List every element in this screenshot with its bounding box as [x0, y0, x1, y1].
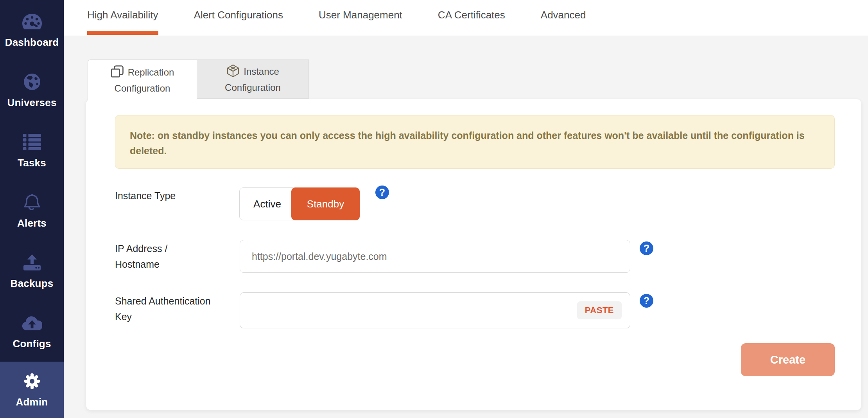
sidebar-item-label: Alerts [17, 217, 47, 229]
instance-type-help-icon[interactable]: ? [375, 186, 389, 199]
sidebar-item-admin[interactable]: Admin [0, 362, 64, 418]
shared-key-input[interactable] [240, 292, 630, 328]
upload-icon [23, 253, 41, 272]
shared-key-field: PASTE [240, 292, 630, 328]
instance-type-option-standby[interactable]: Standby [291, 187, 360, 220]
app-window: Dashboard Universes [0, 0, 868, 418]
sidebar: Dashboard Universes [0, 0, 64, 418]
tab-high-availability[interactable]: High Availability [87, 0, 158, 36]
shared-key-label: Shared Authentication Key [115, 293, 211, 324]
sidebar-item-alerts[interactable]: Alerts [0, 181, 64, 241]
standby-note-banner: Note: on standby instances you can only … [115, 115, 835, 169]
admin-tabbar: High Availability Alert Configurations U… [64, 0, 868, 36]
shared-key-help-icon[interactable]: ? [640, 294, 653, 308]
sidebar-item-configs[interactable]: Configs [0, 301, 64, 362]
sidebar-item-universes[interactable]: Universes [0, 60, 64, 121]
tab-advanced[interactable]: Advanced [541, 0, 586, 36]
subtab-instance-configuration[interactable]: Instance Configuration [197, 59, 309, 99]
gear-icon [23, 371, 41, 391]
sidebar-item-label: Universes [7, 97, 56, 109]
ip-address-help-icon[interactable]: ? [640, 241, 653, 255]
cube-icon [226, 64, 240, 81]
sidebar-item-label: Tasks [18, 157, 46, 169]
subtab-replication-configuration[interactable]: Replication Configuration [88, 59, 197, 100]
ha-subtabs: Replication Configuration Instance Confi… [88, 59, 309, 100]
sidebar-item-label: Admin [16, 396, 48, 408]
instance-type-option-active[interactable]: Active [239, 187, 295, 220]
copy-icon [111, 65, 124, 82]
tab-ca-certificates[interactable]: CA Certificates [438, 0, 505, 36]
instance-type-toggle: Active Standby [239, 187, 360, 220]
bell-icon [23, 193, 41, 212]
sidebar-item-tasks[interactable]: Tasks [0, 121, 64, 181]
paste-button[interactable]: PASTE [577, 301, 622, 319]
tab-alert-configurations[interactable]: Alert Configurations [194, 0, 283, 36]
sidebar-item-label: Configs [13, 338, 51, 350]
high-availability-content: Replication Configuration Instance Confi… [64, 36, 868, 418]
cloud-upload-icon [22, 313, 42, 333]
sidebar-item-label: Backups [11, 277, 54, 290]
globe-icon [23, 72, 41, 92]
tab-user-management[interactable]: User Management [319, 0, 402, 36]
main-area: High Availability Alert Configurations U… [64, 0, 868, 418]
sidebar-item-label: Dashboard [5, 36, 59, 49]
ip-address-label: IP Address / Hostname [115, 241, 211, 272]
replication-configuration-panel: Note: on standby instances you can only … [86, 99, 862, 411]
dashboard-gauge-icon [22, 12, 42, 31]
ip-address-input[interactable] [240, 240, 630, 273]
task-list-icon [23, 132, 41, 152]
instance-type-label: Instance Type [115, 188, 211, 204]
sidebar-item-backups[interactable]: Backups [0, 241, 64, 301]
sidebar-item-dashboard[interactable]: Dashboard [0, 0, 64, 60]
create-button[interactable]: Create [741, 343, 835, 376]
